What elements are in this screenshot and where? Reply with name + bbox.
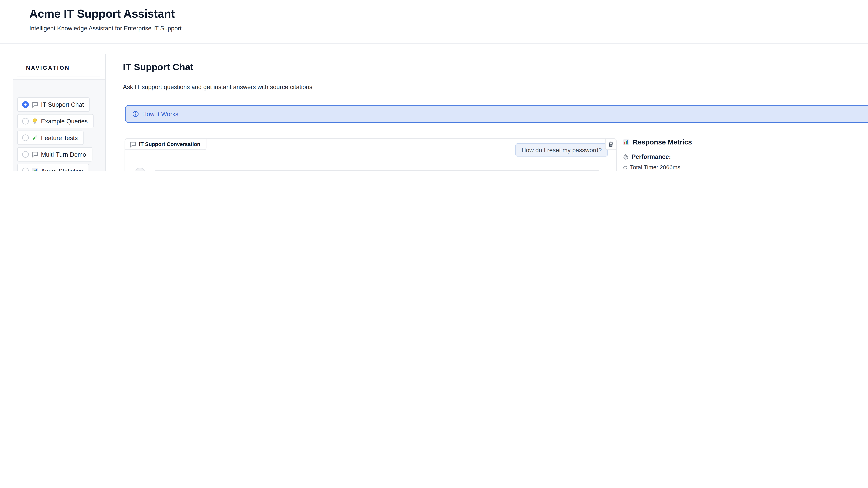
chat-bubble-icon — [130, 141, 136, 148]
panel-bullet: Total Time: 2866ms — [623, 164, 811, 171]
radio-unselected[interactable] — [22, 168, 29, 171]
app-viewport: Acme IT Support Assistant Intelligent Kn… — [0, 0, 868, 171]
radio-unselected[interactable] — [22, 151, 29, 158]
panel-heading-text: Response Metrics — [633, 138, 692, 146]
radio-unselected[interactable] — [22, 118, 29, 125]
panel-heading: Performance: — [623, 153, 811, 160]
sidebar-item-label: Feature Tests — [41, 134, 78, 141]
sidebar-item-label: Agent Statistics — [41, 168, 83, 171]
lightbulb-icon — [32, 118, 38, 125]
chat-container: IT Support Conversation How do I reset m… — [125, 138, 617, 171]
sidebar-item-label: IT Support Chat — [41, 101, 84, 108]
response-metrics-panel: Response MetricsPerformance:Total Time: … — [623, 136, 811, 171]
radio-unselected[interactable] — [22, 134, 29, 141]
chat-label: IT Support Conversation — [125, 139, 207, 150]
sidebar-heading: NAVIGATION — [26, 65, 70, 71]
bot-icon — [137, 170, 143, 171]
sidebar-item-multi-turn-demo[interactable]: Multi-Turn Demo — [17, 147, 92, 162]
assistant-message: To reset your password, please follow th… — [153, 170, 600, 171]
bar-chart-icon — [32, 168, 38, 171]
app-header: Acme IT Support Assistant Intelligent Kn… — [0, 0, 868, 44]
stopwatch-icon — [623, 154, 629, 160]
sidebar-divider — [17, 76, 100, 76]
app-title: Acme IT Support Assistant — [29, 7, 175, 21]
radio-selected[interactable] — [22, 101, 29, 108]
sidebar-item-agent-statistics[interactable]: Agent Statistics — [17, 164, 89, 171]
sidebar-item-label: Multi-Turn Demo — [41, 151, 86, 158]
user-message: How do I reset my password? — [515, 143, 608, 157]
clear-chat-button[interactable] — [605, 139, 616, 150]
page-title: IT Support Chat — [123, 62, 193, 73]
chat-label-text: IT Support Conversation — [139, 141, 200, 147]
sidebar-item-it-support-chat[interactable]: IT Support Chat — [17, 97, 90, 112]
info-icon — [132, 110, 139, 117]
app-subtitle: Intelligent Knowledge Assistant for Ente… — [29, 25, 182, 32]
chat-bubble-icon — [32, 101, 38, 108]
page-subtitle: Ask IT support questions and get instant… — [123, 84, 312, 90]
panel-bullet-list: Total Time: 2866msReranking: 188msSource… — [623, 164, 811, 171]
test-tube-icon — [32, 134, 38, 141]
panel-heading-text: Performance: — [631, 153, 671, 160]
sidebar-item-label: Example Queries — [41, 118, 88, 125]
sidebar: NAVIGATION IT Support ChatExample Querie… — [13, 54, 106, 171]
chat-bubble-icon — [32, 151, 38, 158]
trash-icon — [608, 141, 614, 147]
bar-chart-icon — [623, 139, 629, 145]
how-it-works-label: How It Works — [142, 110, 178, 117]
sidebar-item-example-queries[interactable]: Example Queries — [17, 114, 94, 128]
assistant-avatar — [135, 168, 145, 171]
sidebar-item-feature-tests[interactable]: Feature Tests — [17, 131, 84, 145]
panel-heading: Response Metrics — [623, 138, 811, 146]
how-it-works-accordion[interactable]: How It Works — [125, 105, 868, 123]
